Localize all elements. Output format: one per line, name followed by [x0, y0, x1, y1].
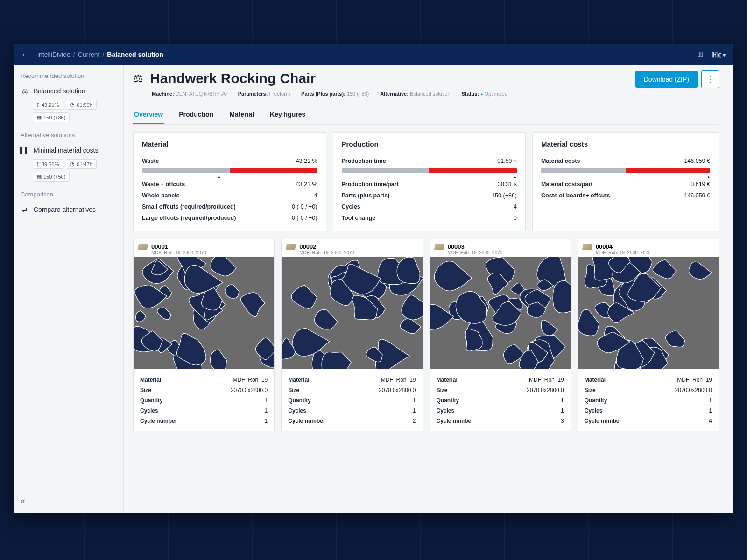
board-code: MDF_Roh_19_2800_2070 — [151, 250, 269, 255]
card-production: Production Production time01:59 h Produc… — [333, 132, 526, 231]
compare-icon: ⇄ — [21, 205, 29, 214]
collapse-sidebar-icon[interactable]: « — [21, 496, 117, 506]
board-card[interactable]: 00002 MDF_Roh_19_2800_2070 MaterialMDF_R… — [281, 239, 423, 431]
sidebar-item-label: Compare alternatives — [34, 206, 96, 213]
help-icon[interactable]: ？⃝ — [698, 50, 703, 59]
chip-time: ◔01:59h — [66, 100, 97, 110]
chip-parts: ▦150 (+50) — [33, 172, 70, 182]
panel-icon — [434, 244, 444, 250]
sidebar: Recommended solution ⚖ Balanced solution… — [14, 65, 124, 513]
back-arrow-icon[interactable]: ← — [21, 50, 29, 59]
board-code: MDF_Roh_19_2800_2070 — [299, 250, 417, 255]
sidebar-item-balanced[interactable]: ⚖ Balanced solution ▯43.21% ◔01:59h ▦150… — [21, 87, 117, 122]
breadcrumb-level1[interactable]: Current — [78, 51, 100, 58]
topbar: ← intelliDivide / Current / Balanced sol… — [14, 44, 733, 65]
costs-icon: ▌▌ — [21, 146, 29, 154]
sidebar-item-label: Balanced solution — [34, 87, 85, 95]
chip-waste: ▯43.21% — [33, 100, 63, 110]
board-id: 00001 — [151, 243, 168, 250]
nesting-preview — [134, 257, 274, 369]
nesting-preview — [282, 257, 422, 369]
breadcrumb-app[interactable]: intelliDivide — [37, 51, 70, 58]
meta-row: Machine: CENTATEQ N/BHP #0 Parameters: F… — [152, 91, 507, 97]
chip-parts: ▦150 (+86) — [33, 112, 70, 122]
board-code: MDF_Roh_19_2800_2070 — [448, 250, 566, 255]
sidebar-item-label: Minimal material costs — [34, 147, 98, 154]
breadcrumb-current: Balanced solution — [107, 51, 163, 58]
card-material-costs: Material costs Material costs146.059 € M… — [532, 132, 719, 231]
tab-production[interactable]: Production — [178, 106, 214, 124]
chip-waste: ▯39.58% — [33, 159, 63, 169]
costs-progress-bar — [541, 168, 710, 173]
board-id: 00002 — [299, 243, 316, 250]
tab-material[interactable]: Material — [228, 106, 255, 124]
brand-logo[interactable]: ℍ𝕔▾ — [712, 50, 726, 59]
comparison-section-title: Comparison — [21, 191, 117, 198]
time-progress-bar — [342, 168, 517, 173]
waste-progress-bar — [142, 168, 317, 173]
tab-overview[interactable]: Overview — [133, 106, 164, 124]
nesting-preview — [578, 257, 719, 369]
panel-icon — [286, 244, 296, 250]
nesting-preview — [430, 257, 571, 369]
download-zip-button[interactable]: Download (ZIP) — [635, 71, 698, 88]
sidebar-item-compare[interactable]: ⇄ Compare alternatives — [21, 205, 117, 214]
panel-icon — [138, 244, 148, 250]
board-card[interactable]: 00003 MDF_Roh_19_2800_2070 MaterialMDF_R… — [430, 239, 571, 431]
board-code: MDF_Roh_19_2800_2070 — [596, 250, 714, 255]
board-card[interactable]: 00004 MDF_Roh_19_2800_2070 MaterialMDF_R… — [578, 239, 719, 431]
recommended-section-title: Recommended solution — [21, 72, 117, 79]
board-card[interactable]: 00001 MDF_Roh_19_2800_2070 MaterialMDF_R… — [133, 239, 275, 431]
sidebar-item-minimal-costs[interactable]: ▌▌ Minimal material costs ▯39.58% ◔01:47… — [21, 146, 117, 182]
tabs: Overview Production Material Key figures — [133, 106, 719, 125]
panel-icon — [582, 244, 592, 250]
tab-key-figures[interactable]: Key figures — [269, 106, 306, 124]
board-id: 00004 — [596, 243, 613, 250]
page-title: Handwerk Rocking Chair — [150, 70, 316, 86]
balance-icon: ⚖ — [21, 87, 29, 95]
chip-time: ◔01:47h — [66, 159, 97, 169]
card-material: Material Waste43.21 % Waste + offcuts43.… — [133, 132, 326, 231]
more-actions-button[interactable]: ⋮ — [701, 70, 719, 88]
balance-icon: ⚖ — [133, 72, 143, 85]
alternative-section-title: Alternative solutions — [21, 132, 117, 139]
board-id: 00003 — [448, 243, 465, 250]
breadcrumb: intelliDivide / Current / Balanced solut… — [37, 51, 698, 58]
